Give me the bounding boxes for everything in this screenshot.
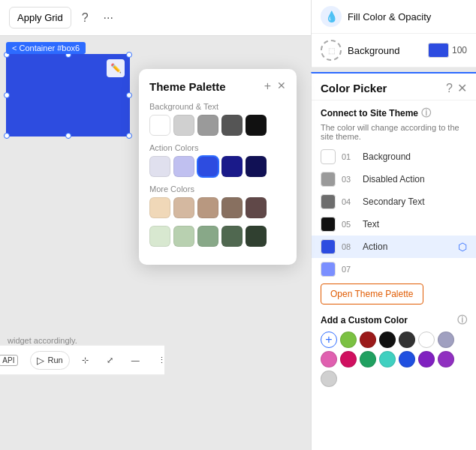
more-swatch-2-5[interactable] — [246, 226, 267, 247]
link-icon-08: ⬡ — [458, 241, 467, 253]
name-04: Secondary Text — [363, 196, 467, 207]
container-label: < Container #box6 — [6, 42, 86, 54]
api-button[interactable]: API — [0, 352, 24, 369]
color-row-07[interactable]: 07 — [312, 258, 476, 280]
connect-description: The color will change according to the s… — [312, 122, 476, 146]
blue-box-container[interactable]: ✏️ — [6, 54, 130, 136]
run-button[interactable]: ▷ Run — [30, 351, 69, 370]
custom-swatch-8[interactable] — [340, 351, 357, 368]
more-swatch-1-3[interactable] — [197, 197, 218, 218]
custom-swatch-1[interactable] — [340, 332, 357, 348]
more-swatch-2-1[interactable] — [149, 226, 170, 247]
name-03: Disabled Action — [363, 174, 467, 184]
open-theme-palette-button[interactable]: Open Theme Palette — [321, 284, 423, 304]
custom-swatch-4[interactable] — [399, 332, 415, 348]
num-08: 08 — [342, 242, 357, 251]
custom-swatch-13[interactable] — [438, 351, 454, 368]
resize-handle-r[interactable] — [126, 92, 132, 98]
custom-colors-section: Add a Custom Color ⓘ + — [312, 310, 476, 393]
connect-section-title: Connect to Site Theme ⓘ — [312, 100, 476, 122]
bg-swatch-4[interactable] — [221, 115, 243, 136]
select-tool-button[interactable]: ⊹ — [76, 352, 95, 368]
resize-handle-tr[interactable] — [126, 52, 132, 58]
action-swatch-5[interactable] — [246, 156, 267, 177]
custom-swatch-10[interactable] — [379, 351, 396, 368]
more-swatch-1-4[interactable] — [221, 197, 243, 218]
color-row-04[interactable]: 04 Secondary Text — [312, 190, 476, 213]
action-swatch-2[interactable] — [173, 156, 194, 177]
custom-swatch-12[interactable] — [418, 351, 435, 368]
custom-swatch-5[interactable] — [418, 332, 435, 348]
custom-swatch-6[interactable] — [438, 332, 454, 348]
opacity-value: 100 — [452, 45, 467, 56]
resize-handle-b[interactable] — [65, 133, 71, 139]
color-picker-panel: Color Picker ? ✕ Connect to Site Theme ⓘ… — [311, 72, 476, 393]
more-button[interactable]: ··· — [99, 8, 118, 28]
more-swatch-2-2[interactable] — [173, 226, 194, 247]
action-swatch-3[interactable] — [197, 156, 218, 177]
custom-swatch-9[interactable] — [360, 351, 376, 368]
theme-palette-popup: Theme Palette + ✕ Background & Text Acti… — [139, 69, 297, 265]
expand-icon: ⤢ — [107, 356, 113, 365]
more-tools-icon: ⋮ — [158, 356, 166, 365]
color-row-05[interactable]: 05 Text — [312, 213, 476, 236]
apply-grid-button[interactable]: Apply Grid — [9, 7, 71, 28]
fill-color-label: Fill Color & Opacity — [348, 11, 431, 22]
action-swatch-1[interactable] — [149, 156, 170, 177]
resize-handle-l[interactable] — [4, 92, 10, 98]
active-color-swatch — [428, 43, 449, 58]
more-swatch-1-1[interactable] — [149, 197, 170, 218]
theme-palette-icons: + ✕ — [264, 80, 286, 93]
background-row[interactable]: ⬚ Background 100 — [312, 34, 476, 68]
fill-color-icon: 💧 — [321, 6, 342, 27]
num-03: 03 — [342, 175, 357, 184]
color-picker-close-icon[interactable]: ✕ — [457, 81, 467, 95]
more-swatch-2-3[interactable] — [197, 226, 218, 247]
custom-info-icon[interactable]: ⓘ — [457, 314, 467, 327]
color-picker-header: Color Picker ? ✕ — [312, 74, 476, 100]
custom-swatch-14[interactable] — [321, 370, 337, 387]
swatch-01 — [321, 149, 336, 164]
custom-swatch-3[interactable] — [379, 332, 396, 348]
minus-icon: — — [131, 356, 140, 364]
more-colors-row-2 — [149, 226, 286, 247]
theme-palette-close-icon[interactable]: ✕ — [277, 80, 286, 93]
bg-swatch-5[interactable] — [246, 115, 267, 136]
bg-swatch-3[interactable] — [197, 115, 218, 136]
connect-info-icon[interactable]: ⓘ — [421, 106, 431, 120]
custom-swatch-7[interactable] — [321, 351, 337, 368]
bg-swatch-1[interactable] — [149, 115, 170, 136]
num-07: 07 — [342, 265, 357, 274]
resize-handle-br[interactable] — [126, 133, 132, 139]
action-swatch-4[interactable] — [221, 156, 243, 177]
fill-panel: 💧 Fill Color & Opacity ⬚ Background 100 — [311, 0, 476, 68]
more-swatch-1-2[interactable] — [173, 197, 194, 218]
more-swatch-2-4[interactable] — [221, 226, 243, 247]
more-tools-button[interactable]: ⋮ — [152, 352, 172, 368]
api-label: API — [0, 355, 18, 366]
header-actions: ? ✕ — [446, 81, 467, 95]
minus-button[interactable]: — — [125, 352, 146, 368]
bg-swatch-2[interactable] — [173, 115, 194, 136]
custom-swatch-2[interactable] — [360, 332, 376, 348]
add-color-button[interactable]: + — [321, 332, 337, 348]
color-row-08[interactable]: 08 Action ⬡ — [312, 236, 476, 258]
theme-palette-add-icon[interactable]: + — [264, 80, 271, 93]
background-icon: ⬚ — [321, 40, 342, 61]
name-01: Background — [363, 152, 467, 162]
color-row-01[interactable]: 01 Background — [312, 146, 476, 168]
background-label: Background — [348, 45, 399, 56]
custom-swatch-11[interactable] — [399, 351, 415, 368]
swatch-04 — [321, 194, 336, 209]
more-colors-row-1 — [149, 197, 286, 218]
custom-colors-title: Add a Custom Color ⓘ — [321, 314, 467, 327]
help-button[interactable]: ? — [77, 8, 93, 28]
resize-handle-bl[interactable] — [4, 133, 10, 139]
fill-color-row[interactable]: 💧 Fill Color & Opacity — [312, 0, 476, 34]
expand-button[interactable]: ⤢ — [101, 352, 119, 368]
more-swatch-1-5[interactable] — [246, 197, 267, 218]
color-row-03[interactable]: 03 Disabled Action — [312, 168, 476, 190]
edit-handle[interactable]: ✏️ — [107, 59, 125, 77]
color-picker-help-icon[interactable]: ? — [446, 82, 453, 95]
name-05: Text — [363, 219, 467, 230]
